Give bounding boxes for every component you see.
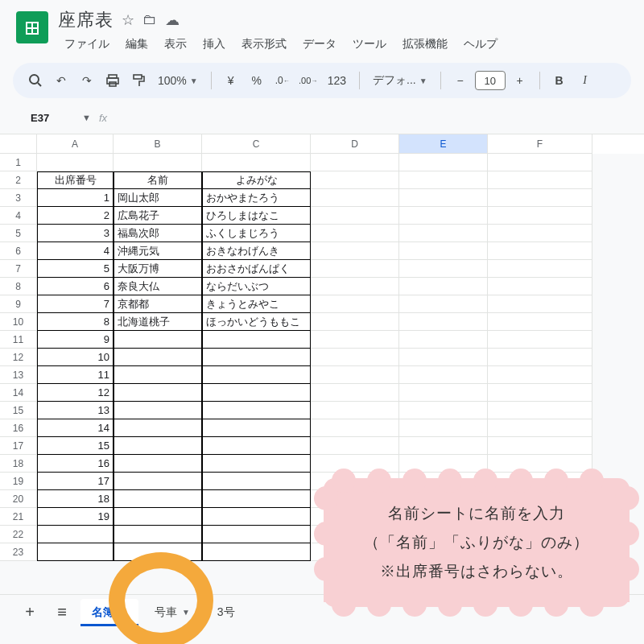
row-header[interactable]: 5 xyxy=(0,225,37,242)
cell-B22[interactable] xyxy=(114,526,202,543)
row-header[interactable]: 9 xyxy=(0,295,37,313)
cell-B17[interactable] xyxy=(114,437,202,455)
cell-D7[interactable] xyxy=(311,260,399,278)
all-sheets-menu-icon[interactable]: ≡ xyxy=(48,599,76,626)
cell-B3[interactable]: 岡山太郎 xyxy=(114,189,202,207)
sheets-logo-icon[interactable] xyxy=(16,11,48,43)
percent-button[interactable]: % xyxy=(246,69,268,92)
cell-E7[interactable] xyxy=(399,260,488,278)
cell-C12[interactable] xyxy=(202,349,311,366)
cell-E1[interactable] xyxy=(399,154,488,171)
cell-C17[interactable] xyxy=(202,437,311,455)
cell-F9[interactable] xyxy=(488,295,592,313)
cell-F17[interactable] xyxy=(488,437,592,455)
cell-B1[interactable] xyxy=(114,154,202,171)
cell-D16[interactable] xyxy=(311,419,399,437)
cell-B2[interactable]: 名前 xyxy=(114,171,202,189)
cell-F10[interactable] xyxy=(488,313,592,331)
name-box-dropdown-icon[interactable]: ▼ xyxy=(82,113,91,122)
italic-button[interactable]: I xyxy=(574,69,597,92)
cell-C13[interactable] xyxy=(202,366,311,384)
cell-D17[interactable] xyxy=(311,437,399,455)
row-header[interactable]: 4 xyxy=(0,207,37,225)
row-header[interactable]: 14 xyxy=(0,384,37,402)
cell-F2[interactable] xyxy=(488,171,592,189)
cell-D12[interactable] xyxy=(311,349,399,366)
cell-B4[interactable]: 広島花子 xyxy=(114,207,202,225)
cell-A1[interactable] xyxy=(37,154,114,171)
sheet-tab-menu-icon[interactable]: ▼ xyxy=(119,608,127,617)
cell-F7[interactable] xyxy=(488,260,592,278)
cell-D11[interactable] xyxy=(311,331,399,349)
cell-E9[interactable] xyxy=(399,295,488,313)
cell-E10[interactable] xyxy=(399,313,488,331)
row-header[interactable]: 6 xyxy=(0,242,37,260)
cell-F1[interactable] xyxy=(488,154,592,171)
cell-A23[interactable] xyxy=(37,543,114,561)
sheet-tab-menu-icon[interactable]: ▼ xyxy=(182,608,190,617)
cell-D4[interactable] xyxy=(311,207,399,225)
row-header[interactable]: 20 xyxy=(0,490,37,508)
col-header-E[interactable]: E xyxy=(399,134,488,154)
cell-C23[interactable] xyxy=(202,543,311,561)
cell-B13[interactable] xyxy=(114,366,202,384)
cell-D5[interactable] xyxy=(311,225,399,242)
cell-E5[interactable] xyxy=(399,225,488,242)
cell-E3[interactable] xyxy=(399,189,488,207)
cell-F16[interactable] xyxy=(488,419,592,437)
menu-data[interactable]: データ xyxy=(296,34,343,55)
cell-A14[interactable]: 12 xyxy=(37,384,114,402)
row-header[interactable]: 21 xyxy=(0,508,37,526)
undo-icon[interactable]: ↶ xyxy=(50,69,72,92)
cell-C10[interactable]: ほっかいどうももこ xyxy=(202,313,311,331)
cell-A6[interactable]: 4 xyxy=(37,242,114,260)
cell-B23[interactable] xyxy=(114,543,202,561)
row-header[interactable]: 8 xyxy=(0,278,37,295)
cell-C16[interactable] xyxy=(202,419,311,437)
row-header[interactable]: 19 xyxy=(0,473,37,490)
cell-A9[interactable]: 7 xyxy=(37,295,114,313)
font-size-increase[interactable]: + xyxy=(509,69,531,92)
cell-A5[interactable]: 3 xyxy=(37,225,114,242)
row-header[interactable]: 12 xyxy=(0,349,37,366)
menu-view[interactable]: 表示 xyxy=(158,34,193,55)
cell-A12[interactable]: 10 xyxy=(37,349,114,366)
cell-F12[interactable] xyxy=(488,349,592,366)
cell-E13[interactable] xyxy=(399,366,488,384)
cell-A7[interactable]: 5 xyxy=(37,260,114,278)
cell-E17[interactable] xyxy=(399,437,488,455)
cell-C11[interactable] xyxy=(202,331,311,349)
cell-C21[interactable] xyxy=(202,508,311,526)
menu-tools[interactable]: ツール xyxy=(346,34,393,55)
row-header[interactable]: 1 xyxy=(0,154,37,171)
row-header[interactable]: 2 xyxy=(0,171,37,189)
row-header[interactable]: 22 xyxy=(0,526,37,543)
cell-A18[interactable]: 16 xyxy=(37,455,114,473)
sheet-tab-active[interactable]: 名簿▼ xyxy=(80,599,138,626)
cell-D13[interactable] xyxy=(311,366,399,384)
cell-B9[interactable]: 京都都 xyxy=(114,295,202,313)
col-header-F[interactable]: F xyxy=(488,134,592,154)
col-header-C[interactable]: C xyxy=(202,134,311,154)
cell-C20[interactable] xyxy=(202,490,311,508)
cell-E4[interactable] xyxy=(399,207,488,225)
cell-A10[interactable]: 8 xyxy=(37,313,114,331)
bold-button[interactable]: B xyxy=(548,69,571,92)
col-header-A[interactable]: A xyxy=(37,134,114,154)
cell-C14[interactable] xyxy=(202,384,311,402)
row-header[interactable]: 11 xyxy=(0,331,37,349)
cell-F4[interactable] xyxy=(488,207,592,225)
cell-D2[interactable] xyxy=(311,171,399,189)
currency-button[interactable]: ¥ xyxy=(220,69,242,92)
move-folder-icon[interactable]: 🗀 xyxy=(142,11,157,29)
cell-B18[interactable] xyxy=(114,455,202,473)
cell-A11[interactable]: 9 xyxy=(37,331,114,349)
cell-E6[interactable] xyxy=(399,242,488,260)
cell-C3[interactable]: おかやまたろう xyxy=(202,189,311,207)
cell-C8[interactable]: ならだいぶつ xyxy=(202,278,311,295)
cell-A8[interactable]: 6 xyxy=(37,278,114,295)
cell-A22[interactable] xyxy=(37,526,114,543)
cell-B19[interactable] xyxy=(114,473,202,490)
cell-A17[interactable]: 15 xyxy=(37,437,114,455)
font-size-decrease[interactable]: − xyxy=(449,69,472,92)
